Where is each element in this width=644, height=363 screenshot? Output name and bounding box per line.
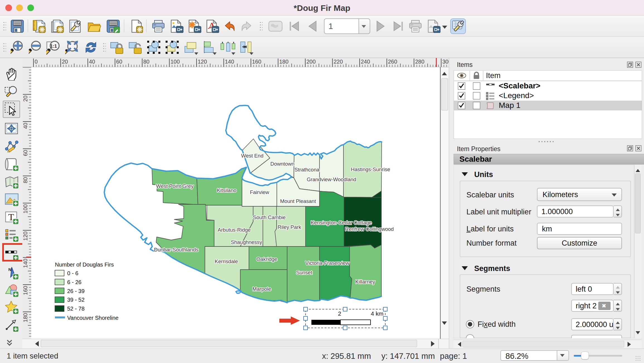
svg-text:280: 280 (415, 59, 424, 65)
svg-text:Number of Douglas Firs: Number of Douglas Firs (55, 262, 114, 268)
svg-text:0 - 6: 0 - 6 (67, 270, 78, 276)
svg-text:200: 200 (306, 59, 316, 65)
svg-text:60: 60 (116, 59, 122, 65)
svg-text:Riley Park: Riley Park (278, 224, 301, 230)
svg-text:Kitsilano: Kitsilano (217, 187, 236, 193)
svg-text:80: 80 (22, 177, 28, 183)
svg-text:Dunbar-Southlands: Dunbar-Southlands (154, 247, 198, 253)
svg-text:Victoria-Fraserview: Victoria-Fraserview (305, 260, 350, 266)
svg-text:300: 300 (442, 59, 449, 65)
svg-text:120: 120 (22, 231, 28, 241)
svg-text:Sunset: Sunset (296, 270, 312, 275)
svg-text:Kerrisdale: Kerrisdale (215, 258, 238, 264)
svg-text:1:1: 1:1 (50, 43, 57, 49)
svg-text:140: 140 (225, 59, 234, 65)
svg-text:2: 2 (338, 310, 341, 317)
svg-text:Mount Pleasant: Mount Pleasant (280, 198, 316, 204)
svg-text:Renfrew Collingwood: Renfrew Collingwood (345, 226, 394, 232)
svg-text:Killarney: Killarney (355, 279, 376, 285)
svg-text:Vancouver Shoreline: Vancouver Shoreline (67, 315, 118, 321)
svg-text:0: 0 (35, 59, 38, 65)
svg-text:Shaughnessy: Shaughnessy (231, 239, 262, 245)
svg-text:160: 160 (252, 59, 261, 65)
svg-text:240: 240 (361, 59, 370, 65)
svg-text:20: 20 (62, 59, 68, 65)
svg-text:Arbutus-Ridge: Arbutus-Ridge (218, 227, 251, 233)
svg-text:20: 20 (22, 96, 28, 102)
svg-text:160: 160 (22, 286, 28, 295)
svg-text:Kensington-Cedar Cottage: Kensington-Cedar Cottage (311, 220, 372, 226)
svg-text:West End: West End (241, 153, 263, 159)
svg-text:120: 120 (198, 59, 207, 65)
svg-text:Marpole: Marpole (253, 286, 271, 292)
svg-text:180: 180 (22, 313, 28, 322)
svg-text:4 km: 4 km (371, 310, 384, 317)
svg-text:39 - 52: 39 - 52 (67, 297, 84, 303)
svg-text:60: 60 (22, 150, 28, 156)
svg-text:100: 100 (171, 59, 180, 65)
svg-text:Strathcona: Strathcona (294, 167, 319, 173)
svg-text:140: 140 (22, 259, 28, 268)
svg-text:180: 180 (279, 59, 289, 65)
svg-text:40: 40 (22, 123, 28, 129)
svg-text:N: N (8, 267, 11, 272)
svg-text:South Cambie: South Cambie (253, 214, 285, 220)
svg-text:40: 40 (89, 59, 95, 65)
svg-text:260: 260 (388, 59, 397, 65)
svg-text:52 - 78: 52 - 78 (67, 306, 84, 312)
svg-text:Fairview: Fairview (250, 189, 270, 195)
svg-text:Oakridge: Oakridge (256, 256, 277, 262)
svg-text:100: 100 (22, 204, 28, 214)
svg-text:Grandview-Woodland: Grandview-Woodland (307, 176, 356, 182)
svg-text:26 - 39: 26 - 39 (67, 288, 84, 294)
svg-text:West Point Grey: West Point Grey (156, 183, 194, 189)
svg-text:Hastings-Sunrise: Hastings-Sunrise (351, 166, 390, 172)
svg-text:80: 80 (143, 59, 149, 65)
svg-text:220: 220 (334, 59, 343, 65)
svg-text:6 - 26: 6 - 26 (67, 279, 81, 285)
svg-text:Downtown: Downtown (270, 161, 294, 167)
